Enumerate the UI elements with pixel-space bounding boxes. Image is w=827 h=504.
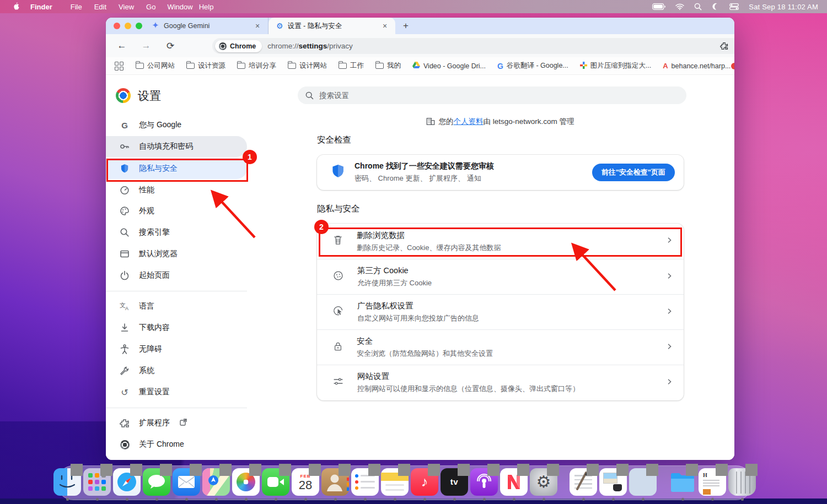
sidebar-item-default-browser[interactable]: 默认浏览器 [106,243,247,264]
back-button[interactable]: ← [114,37,130,54]
sidebar-item-extensions[interactable]: 扩展程序 [106,413,247,433]
dock-item-contacts[interactable] [321,468,349,496]
apps-grid-icon[interactable] [115,62,123,71]
bookmark-folder[interactable]: 设计网站 [288,61,327,71]
chrome-url-chip[interactable]: Chrome [215,40,262,52]
tab-google-gemini[interactable]: Google Gemini × [144,18,268,34]
apple-menu-icon[interactable] [8,2,24,11]
running-indicator [513,498,515,501]
do-not-disturb-moon-icon[interactable] [712,3,719,10]
dock-item-mail[interactable] [173,468,200,496]
dock-item-photos[interactable] [232,468,260,496]
dock-item-tv[interactable]: tv [441,468,468,496]
sidebar-item-autofill[interactable]: 自动填充和密码 [106,136,247,157]
settings-search[interactable] [298,86,686,104]
profile-link[interactable]: 个人资料 [453,117,483,126]
dock-item-podcasts[interactable] [470,468,498,496]
menu-item-file[interactable]: File [65,3,88,11]
dock-item-finder[interactable] [53,468,81,496]
sidebar-item-on-startup[interactable]: 起始页面 [106,265,247,286]
sidebar-item-appearance[interactable]: 外观 [106,200,247,221]
extensions-puzzle-icon[interactable] [719,41,729,53]
dock-item-trash[interactable] [728,468,756,496]
redaction-box [458,464,470,476]
bookmark-folder[interactable]: 公司网站 [136,61,175,71]
bookmark-folder[interactable]: 设计资源 [186,61,225,71]
sidebar-item-reset[interactable]: ↺ 重置设置 [106,382,247,403]
battery-icon[interactable] [652,3,665,10]
running-indicator [275,498,277,501]
redaction-box [249,464,261,476]
dock-item-messages[interactable] [143,468,170,496]
row-ad-privacy[interactable]: 广告隐私权设置自定义网站可用来向您投放广告的信息 [317,294,684,329]
bookmark-link-translate[interactable]: G 谷歌翻译 - Google... [497,61,568,71]
go-to-safety-check-button[interactable]: 前往"安全检查"页面 [592,164,675,181]
sidebar-item-system[interactable]: 系统 [106,360,247,381]
bookmark-folder[interactable]: 培训分享 [237,61,276,71]
minimize-window-button[interactable] [125,23,131,29]
redaction-box [279,464,291,476]
bookmark-link-drive[interactable]: Video - Google Dri... [412,62,486,71]
key-icon [119,141,130,152]
chevron-right-icon [665,307,674,318]
dock-item-calendar[interactable]: FEB28 [292,468,319,496]
dock-item-preview[interactable] [599,468,627,496]
dock-item-maps[interactable] [202,468,230,496]
svg-text:A: A [125,306,128,311]
spotlight-search-icon[interactable] [694,3,702,10]
running-indicator [66,498,69,501]
compress-tool-icon [580,62,587,71]
bookmark-link-behance[interactable]: A behance.net/harp... [663,62,731,70]
bookmark-link-compress[interactable]: 图片压缩到指定大... [580,61,651,71]
address-bar[interactable]: Chrome chrome://settings/privacy ☆ [212,38,734,54]
menu-item-finder[interactable]: Finder [24,3,65,11]
sidebar-item-languages[interactable]: 文A 语言 [106,296,247,317]
chevron-right-icon [665,342,674,353]
sidebar-item-performance[interactable]: 性能 [106,180,247,200]
dock-item-safari[interactable] [113,468,141,496]
sidebar-item-you-and-google[interactable]: G 您与 Google [106,115,247,136]
dock-item-launchpad[interactable] [83,468,111,496]
bookmark-folder[interactable]: 我的 [375,61,401,71]
menu-item-help[interactable]: Help [194,3,214,11]
forward-button[interactable]: → [138,37,154,54]
dock-item-news[interactable] [500,468,528,496]
sidebar-item-search-engine[interactable]: 搜索引擎 [106,222,247,243]
reload-button[interactable]: ⟳ [162,37,179,54]
wifi-icon[interactable] [675,3,684,10]
tab-close-icon[interactable]: × [380,21,390,31]
bookmark-folder[interactable]: 工作 [339,61,364,71]
menu-item-view[interactable]: View [112,3,140,11]
palette-icon [119,205,130,216]
redaction-box [219,464,232,476]
dock-item-textedit[interactable] [570,468,597,496]
sidebar-item-accessibility[interactable]: 无障碍 [106,339,247,360]
row-third-party-cookies[interactable]: 第三方 Cookie允许使用第三方 Cookie [317,259,684,294]
sidebar-item-downloads[interactable]: 下载内容 [106,317,247,338]
dock-item-stack[interactable] [629,468,657,496]
dock-item-system-settings[interactable]: ⚙ [530,468,557,496]
control-center-icon[interactable] [729,3,739,10]
menu-item-go[interactable]: Go [140,3,162,11]
tab-close-icon[interactable]: × [253,21,262,31]
tab-settings-privacy[interactable]: ⚙ 设置 - 隐私与安全 × [268,18,395,34]
dock-item-notes[interactable] [381,468,409,496]
row-security[interactable]: 安全安全浏览（防范危险网站）和其他安全设置 [317,329,684,365]
zoom-window-button[interactable] [136,23,142,29]
dock-item-downloads-folder[interactable] [669,468,696,496]
dock-item-reminders[interactable] [351,468,379,496]
menu-bar-clock[interactable]: Sat Sep 18 11:02 AM [749,3,818,11]
sidebar-item-about-chrome[interactable]: 关于 Chrome [106,434,247,455]
dock-item-music[interactable]: ♪ [411,468,438,496]
dock-item-facetime[interactable] [262,468,289,496]
running-indicator [483,498,486,501]
running-indicator [642,498,645,501]
new-tab-button[interactable]: + [399,19,413,33]
row-site-settings[interactable]: 网站设置控制网站可以使用和显示的信息（位置信息、摄像头、弹出式窗口等） [317,365,684,400]
running-indicator [364,498,367,501]
menu-item-edit[interactable]: Edit [88,3,112,11]
menu-item-window[interactable]: Window [162,3,193,11]
close-window-button[interactable] [114,23,120,29]
search-input[interactable] [319,91,650,100]
dock-item-documents[interactable]: H [699,468,726,496]
